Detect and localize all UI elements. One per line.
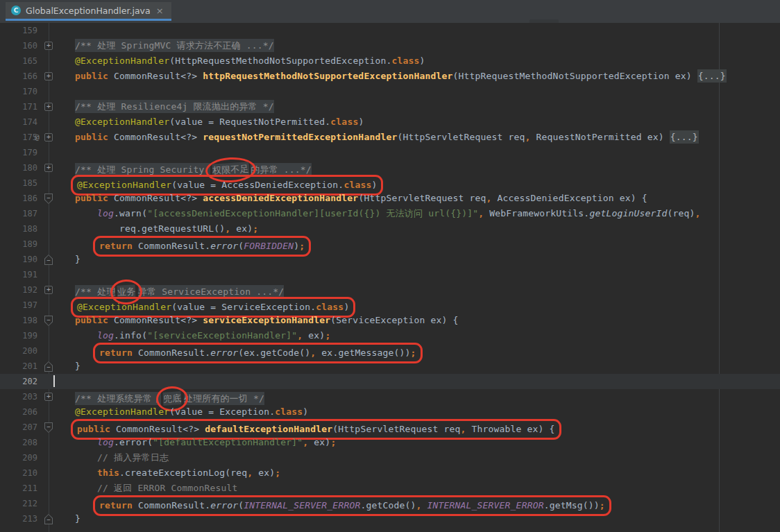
line-number[interactable]: 212: [0, 496, 37, 511]
code-text: /** 处理 SpringMVC 请求方法不正确 ...*/: [53, 38, 780, 53]
line-number[interactable]: 200: [0, 343, 37, 359]
code-line-206[interactable]: 206 @ExceptionHandler(value = Exception.…: [0, 404, 780, 420]
code-line-180[interactable]: 180+ /** 处理 Spring Security 权限不足的异常 ...*…: [0, 160, 780, 175]
code-text: public CommonResult<?> accessDeniedExcep…: [53, 191, 780, 206]
gutter-cell: +: [37, 282, 53, 298]
line-number[interactable]: 174: [0, 114, 37, 130]
code-line-198[interactable]: 198− public CommonResult<?> serviceExcep…: [0, 313, 780, 328]
code-line-210[interactable]: 210 this.createExceptionLog(req, ex);: [0, 465, 780, 481]
line-number[interactable]: 187: [0, 206, 37, 221]
code-text: /** 处理系统异常，兜底处理所有的一切 */: [53, 389, 780, 404]
code-line-186[interactable]: 186− public CommonResult<?> accessDenied…: [0, 191, 780, 206]
code-line-185[interactable]: 185 @ExceptionHandler(value = AccessDeni…: [0, 175, 780, 191]
code-line-192[interactable]: 192+ /** 处理业务异常 ServiceException ...*/: [0, 282, 780, 298]
line-number[interactable]: 210: [0, 465, 37, 481]
fold-collapsed-icon[interactable]: +: [44, 72, 53, 80]
line-number[interactable]: 185: [0, 175, 37, 191]
code-line-199[interactable]: 199 log.info("[serviceExceptionHandler]"…: [0, 328, 780, 343]
code-line-191[interactable]: 191: [0, 267, 780, 282]
token: class: [344, 180, 371, 190]
fold-end-icon[interactable]: −: [44, 514, 53, 524]
code-line-213[interactable]: 213− }: [0, 511, 780, 526]
fold-open-icon[interactable]: −: [44, 422, 53, 433]
code-line-174[interactable]: 174 @ExceptionHandler(value = RequestNot…: [0, 114, 780, 130]
line-number[interactable]: 186: [0, 191, 37, 206]
token: public: [75, 193, 114, 203]
code-line-165[interactable]: 165 @ExceptionHandler(HttpRequestMethodN…: [0, 53, 780, 69]
code-line-201[interactable]: 201− }: [0, 359, 780, 374]
token: return: [99, 500, 138, 510]
fold-collapsed-icon[interactable]: +: [44, 42, 53, 50]
fold-collapsed-icon[interactable]: +: [44, 164, 53, 172]
tab-globalexceptionhandler[interactable]: C GlobalExceptionHandler.java ×: [6, 2, 171, 21]
code-line-166[interactable]: 166+ public CommonResult<?> httpRequestM…: [0, 69, 780, 84]
code-line-171[interactable]: 171+ /** 处理 Resilience4j 限流抛出的异常 */: [0, 99, 780, 114]
code-line-189[interactable]: 189 return CommonResult.error(FORBIDDEN)…: [0, 237, 780, 252]
code-line-170[interactable]: 170: [0, 84, 780, 99]
token: (value = AccessDeniedException.: [171, 180, 344, 190]
line-number[interactable]: 189: [0, 237, 37, 252]
code-line-179[interactable]: 179: [0, 145, 780, 160]
tab-close-icon[interactable]: ×: [155, 6, 164, 15]
code-line-207[interactable]: 207− public CommonResult<?> defaultExcep…: [0, 420, 780, 435]
token: (value = ServiceException.: [171, 302, 316, 312]
code-line-160[interactable]: 160+ /** 处理 SpringMVC 请求方法不正确 ...*/: [0, 38, 780, 53]
fold-collapsed-icon[interactable]: +: [44, 133, 53, 141]
line-number[interactable]: 191: [0, 267, 37, 282]
code-text: [53, 267, 780, 282]
code-line-208[interactable]: 208 log.error("[defaultExceptionHandler]…: [0, 435, 780, 450]
line-number[interactable]: 199: [0, 328, 37, 343]
code-text: return CommonResult.error(ex.getCode(), …: [53, 343, 780, 359]
line-number[interactable]: 170: [0, 84, 37, 99]
gutter-cell: +: [37, 69, 53, 84]
line-number[interactable]: 171: [0, 99, 37, 114]
code-line-175[interactable]: 175@+ public CommonResult<?> requestNotP…: [0, 130, 780, 145]
code-line-202[interactable]: 202: [0, 374, 780, 389]
line-number[interactable]: 197: [0, 298, 37, 313]
code-line-190[interactable]: 190− }: [0, 252, 780, 267]
line-number[interactable]: 211: [0, 481, 37, 496]
line-number[interactable]: 202: [0, 374, 37, 389]
code-line-209[interactable]: 209 // 插入异常日志: [0, 450, 780, 465]
token: CommonResult.: [138, 347, 210, 358]
code-text: public CommonResult<?> httpRequestMethod…: [53, 69, 780, 84]
fold-end-icon[interactable]: −: [44, 255, 53, 265]
line-number[interactable]: 166: [0, 69, 37, 84]
token: ex): [253, 467, 275, 478]
code-line-159[interactable]: 159: [0, 23, 780, 38]
line-number[interactable]: 179: [0, 145, 37, 160]
line-number[interactable]: 192: [0, 282, 37, 298]
fold-open-icon[interactable]: −: [44, 194, 53, 204]
code-line-188[interactable]: 188 req.getRequestURL(), ex);: [0, 221, 780, 237]
fold-open-icon[interactable]: −: [44, 316, 53, 326]
code-line-197[interactable]: 197 @ExceptionHandler(value = ServiceExc…: [0, 298, 780, 313]
line-number[interactable]: 198: [0, 313, 37, 328]
line-number[interactable]: 188: [0, 221, 37, 237]
line-number[interactable]: 206: [0, 404, 37, 420]
line-number[interactable]: 159: [0, 23, 37, 38]
line-number[interactable]: 203: [0, 389, 37, 404]
code-line-203[interactable]: 203+ /** 处理系统异常，兜底处理所有的一切 */: [0, 389, 780, 404]
fold-collapsed-icon[interactable]: +: [44, 286, 53, 294]
line-number[interactable]: 160: [0, 38, 37, 53]
fold-collapsed-icon[interactable]: +: [44, 393, 53, 401]
code-line-187[interactable]: 187 log.warn("[accessDeniedExceptionHand…: [0, 206, 780, 221]
code-line-211[interactable]: 211 // 返回 ERROR CommonResult: [0, 481, 780, 496]
line-number[interactable]: 207: [0, 420, 37, 435]
token: .createExceptionLog(req: [119, 467, 247, 478]
code-editor[interactable]: 159160+ /** 处理 SpringMVC 请求方法不正确 ...*/16…: [0, 23, 780, 532]
fold-end-icon[interactable]: −: [44, 361, 53, 372]
line-number[interactable]: 201: [0, 359, 37, 374]
token: "[serviceExceptionHandler]": [147, 330, 297, 341]
fold-collapsed-icon[interactable]: +: [44, 103, 53, 111]
line-number[interactable]: 180: [0, 160, 37, 175]
line-number[interactable]: 190: [0, 252, 37, 267]
line-number[interactable]: 208: [0, 435, 37, 450]
line-number[interactable]: 209: [0, 450, 37, 465]
code-line-200[interactable]: 200 return CommonResult.error(ex.getCode…: [0, 343, 780, 359]
line-number[interactable]: 165: [0, 53, 37, 69]
line-number[interactable]: 213: [0, 511, 37, 526]
token: (HttpServletRequest req: [332, 424, 460, 434]
code-line-212[interactable]: 212 return CommonResult.error(INTERNAL_S…: [0, 496, 780, 511]
line-number[interactable]: 175: [0, 130, 37, 145]
